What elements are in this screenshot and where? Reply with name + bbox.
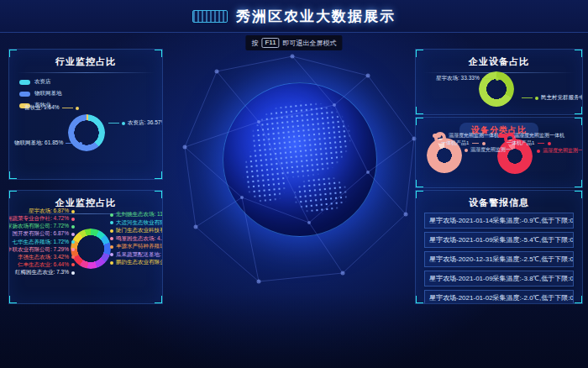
chart-callout: 温湿度光照监测一 — [465, 146, 511, 154]
alarm-row: 星宇农场-2021-01-09采集温度:-5.4℃,低于下限:0℃ — [424, 232, 574, 248]
corner-bracket — [415, 117, 423, 125]
callout-text: 红梅园生态农业: 7.3% — [15, 269, 69, 276]
globe — [223, 82, 377, 237]
corner-bracket — [155, 171, 163, 180]
callout-text: 李强生态农场: 3.42% — [18, 254, 69, 261]
callout-dot — [110, 253, 113, 256]
chart-callout: 国开发有限公司: 6.87% — [12, 230, 75, 238]
divider — [17, 72, 155, 73]
callout-line — [472, 143, 479, 144]
legend-swatch — [19, 92, 30, 97]
chart-callout: 鹏韵生态农业有限公司: 6.87% — [110, 259, 163, 266]
alarm-row: 星宇农场-2021-01-02采集温度:-2.0℃,低于下限:0℃ — [424, 290, 574, 304]
chart-callout: 民主村党群服务中心: — [522, 94, 583, 102]
corner-bracket — [8, 171, 17, 180]
callout-text: 大运河生态牧业有限责任公 — [116, 219, 163, 227]
chart-callout: 物联网基地: 61.85% — [14, 139, 82, 147]
callout-line — [108, 123, 119, 124]
chart-callout: 鸣篁园生态农场: 4.20% — [110, 235, 163, 243]
callout-dot — [71, 271, 75, 275]
legend-item[interactable]: 物联网基地 — [19, 90, 162, 97]
callout-dot — [110, 237, 113, 240]
callout-text: 中联农业有限公司: 7.29% — [8, 246, 69, 254]
callout-dot — [71, 263, 75, 266]
chart-callout: 七华生态养殖场: 1.72% — [12, 239, 75, 246]
callout-text: 国开发有限公司: 6.87% — [12, 230, 69, 238]
callout-line — [62, 108, 73, 108]
callout-dot — [110, 261, 113, 265]
chart-callout: 大运河生态牧业有限责任公 — [110, 219, 163, 227]
page-title: 秀洲区农业大数据展示 — [236, 7, 396, 26]
corner-bracket — [415, 107, 423, 115]
enterprise-labels-left: 星宇农场: 6.87% 秀洲蔬菜专业合作社: 4.72% 家扬农场有限公司: 7… — [11, 208, 75, 276]
chart-callout: 陡门生态农业科技有限公 — [110, 227, 163, 234]
callout-text: 温湿度光照监测一 — [543, 147, 583, 155]
callout-dot — [465, 149, 468, 152]
callout-text: 民主村党群服务中心: — [541, 94, 583, 102]
callout-text: 温湿度光照监测一 — [470, 146, 511, 154]
panel-device-alarms: 设备警报信息 星宇农场-2021-01-14采集温度:-0.9℃,低于下限:0℃… — [415, 190, 583, 304]
callout-dot — [71, 210, 75, 213]
panel-industry-ratio: 行业监控占比 农资店 物联网基地 畜牧业 畜牧业: 1.64% 农资店: 36.… — [8, 49, 163, 180]
legend-item[interactable]: 一体机产品1 — [507, 139, 551, 147]
callout-text: 鹏韵生态农业有限公司: 6.87% — [116, 259, 163, 266]
callout-dot — [537, 150, 540, 153]
callout-dot — [71, 218, 75, 221]
legend-label: 温湿度光照监测一体机 — [449, 132, 499, 139]
corner-bracket — [575, 117, 583, 125]
f11-key-badge: F11 — [261, 38, 279, 48]
chart-callout: 丰源水产特种养殖场: 1. — [110, 243, 163, 250]
callout-text: 星宇农场: 6.87% — [29, 208, 69, 215]
callout-text: 畜牧业: 1.64% — [24, 104, 60, 112]
chart-callout: 秀洲蔬菜专业合作社: 4.72% — [8, 215, 75, 223]
callout-text: 农资店: 36.57% — [128, 119, 163, 127]
corner-bracket — [575, 49, 583, 57]
legend-label: 农资店 — [34, 78, 51, 86]
callout-text: 陡门生态农业科技有限公 — [116, 227, 163, 234]
chart-callout: 星宇农场: 33.33% — [436, 75, 499, 82]
dashboard: 秀洲区农业大数据展示 按 F11 即可退出全屏模式 行业监控占比 农资店 物联网… — [0, 0, 588, 368]
callout-dot — [110, 213, 113, 217]
panel-enterprise-ratio: 企业监控占比 星宇农场: 6.87% 秀洲蔬菜专业合作社: 4.72% 家扬农场… — [8, 190, 163, 304]
legend-item[interactable]: 温湿度光照监测一体机 — [433, 132, 499, 139]
panel-title: 行业监控占比 — [9, 55, 162, 68]
legend-swatch — [498, 134, 507, 138]
corner-bracket — [155, 190, 163, 198]
corner-bracket — [575, 107, 583, 115]
corner-bracket — [8, 49, 17, 57]
callout-text: 北刘姚生态农场: 11.56% — [116, 211, 163, 218]
legend-swatch — [433, 134, 441, 138]
callout-dot — [496, 77, 499, 81]
callout-line — [538, 143, 544, 144]
callout-line — [522, 97, 533, 98]
callout-dot — [71, 248, 75, 251]
corner-bracket — [415, 296, 423, 304]
alarm-row: 星宇农场-2021-01-14采集温度:-0.9℃,低于下限:0℃ — [424, 213, 574, 229]
chart-callout: 红梅园生态农业: 7.3% — [15, 269, 75, 276]
chart-callout: 中联农业有限公司: 7.29% — [8, 246, 75, 254]
enterprise-donut-chart[interactable] — [71, 229, 111, 269]
tip-suffix: 即可退出全屏模式 — [283, 39, 337, 48]
panel-title: 企业设备占比 — [416, 55, 582, 68]
callout-dot — [110, 245, 113, 249]
callout-text: 七华生态养殖场: 1.72% — [12, 239, 69, 246]
legend-label: 温湿度光照监测一体机 — [514, 132, 564, 139]
chart-callout: 星宇农场: 6.87% — [29, 208, 75, 215]
legend-label: 一体机产品1 — [507, 139, 534, 147]
callout-dot — [548, 142, 551, 145]
callout-dot — [76, 107, 79, 110]
legend-item[interactable]: 温湿度光照监测一体机 — [498, 132, 564, 139]
callout-dot — [110, 229, 113, 233]
corner-bracket — [575, 180, 583, 188]
callout-dot — [535, 97, 538, 100]
enterprise-labels-right: 北刘姚生态农场: 11.56% 大运河生态牧业有限责任公 陡门生态农业科技有限公… — [110, 211, 163, 266]
chart-callout: 仁丰生态农业: 6.44% — [18, 261, 75, 269]
corner-bracket — [155, 49, 163, 57]
callout-dot — [71, 255, 75, 259]
callout-line — [482, 78, 493, 79]
legend-item[interactable]: 农资店 — [19, 78, 162, 86]
corner-bracket — [155, 296, 163, 304]
callout-dot — [71, 233, 75, 236]
alarm-row: 星宇农场-2021-01-09采集温度:-3.8℃,低于下限:0℃ — [424, 271, 574, 287]
callout-text: 星宇农场: 33.33% — [436, 75, 480, 82]
